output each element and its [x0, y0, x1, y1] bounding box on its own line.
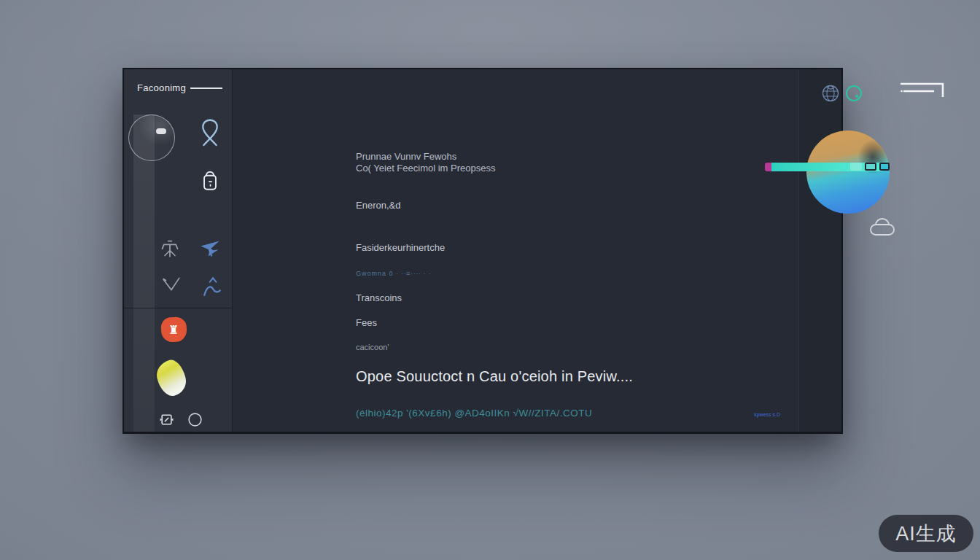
sidebar-divider [124, 308, 232, 308]
avatar[interactable] [128, 114, 175, 161]
castle-icon: ♜ [168, 323, 179, 337]
figure-icon [160, 238, 180, 258]
sidebar-item-plane[interactable] [198, 238, 222, 260]
status-dot [855, 95, 858, 98]
globe-button[interactable] [820, 83, 841, 104]
menu-item-energy[interactable]: Eneron,&d [356, 200, 400, 211]
status-indicator[interactable] [846, 85, 862, 101]
sidebar: Facoonimg [124, 69, 233, 432]
meta-caption: Gwomna 0 ∙ ∙∙≡∙∙∙∙ ∙ ∙ [356, 270, 431, 277]
progress-segment [865, 163, 876, 171]
menu-item-fasid[interactable]: Fasiderkeurhinertche [356, 242, 445, 253]
sidebar-item-chevron[interactable] [160, 275, 182, 294]
sidebar-highlight-strip [133, 114, 155, 432]
sidebar-item-lock[interactable] [198, 166, 222, 193]
app-logo-text: Facoonimg [137, 82, 186, 93]
lock-icon [199, 166, 221, 192]
progress-segment [879, 163, 890, 171]
cloud-button[interactable] [868, 215, 896, 238]
app-window: Facoonimg [122, 68, 843, 434]
bracket-icon [899, 82, 946, 99]
progress-segment [850, 163, 862, 171]
sidebar-app-orange[interactable]: ♜ [160, 316, 187, 343]
menu-item-caution[interactable]: cacicoon' [356, 343, 389, 351]
globe-icon [820, 83, 841, 104]
intro-text-line1: Prunnae Vunnv Fewohs [356, 151, 456, 163]
mini-note: kpwess s.D [754, 412, 780, 417]
sidebar-item-wave[interactable] [201, 275, 223, 298]
circle-icon [187, 412, 203, 427]
sidebar-item-figure[interactable] [159, 237, 181, 259]
headline: Opoe Souuctoct n Cau o'ceioh in Peviw...… [356, 368, 633, 385]
progress-bar-cap [765, 163, 771, 171]
gradient-planet [806, 131, 890, 214]
progress-bar [765, 163, 883, 171]
footer-link[interactable]: (élhio)42p '(6Xv£6h) @AD4oIIKn √W//ZITA/… [356, 408, 592, 419]
right-panel-strip [798, 69, 841, 432]
cloud-icon [868, 215, 896, 238]
progress-bar-fill [771, 163, 883, 171]
main-content: Prunnae Vunnv Fewohs Co( Yeiet Feecimol … [233, 69, 841, 432]
menu-item-transcoins[interactable]: Transcoins [356, 292, 402, 303]
sidebar-item-ribbon[interactable] [197, 115, 223, 152]
ai-generated-watermark: AI生成 [879, 515, 973, 552]
menu-item-fees[interactable]: Fees [356, 317, 377, 328]
edit-square-icon [159, 412, 174, 427]
wave-icon [202, 276, 222, 298]
sidebar-item-circle[interactable] [187, 411, 203, 427]
plane-icon [199, 238, 221, 259]
sidebar-app-yellow[interactable] [154, 357, 190, 399]
chevron-icon [161, 276, 182, 293]
app-logo: Facoonimg [137, 82, 222, 93]
sidebar-item-edit[interactable] [158, 411, 174, 427]
window-bracket-control[interactable] [899, 82, 946, 99]
logo-dash [190, 88, 222, 89]
intro-text-line2: Co( Yeiet Feecimol im Preopsess [356, 163, 495, 174]
avatar-highlight [156, 128, 166, 134]
ribbon-icon [199, 117, 221, 149]
